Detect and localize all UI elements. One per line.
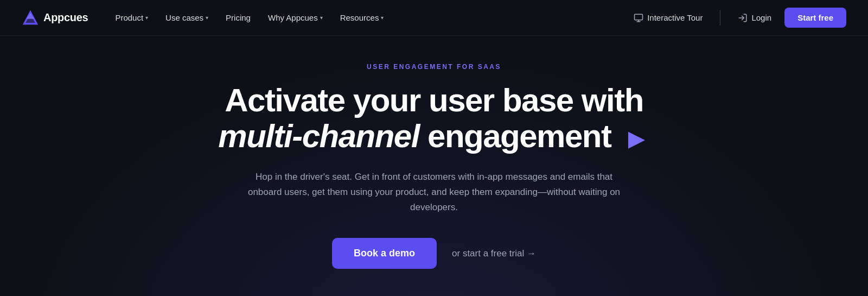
chevron-down-icon: ▾: [145, 15, 148, 21]
headline-italic: multi-channel: [218, 118, 419, 154]
navbar: Appcues Product ▾ Use cases ▾ Pricing Wh…: [0, 0, 868, 36]
nav-links: Product ▾ Use cases ▾ Pricing Why Appcue…: [107, 9, 625, 27]
nav-item-resources[interactable]: Resources ▾: [333, 9, 392, 27]
chevron-down-icon: ▾: [206, 15, 208, 21]
book-demo-button[interactable]: Book a demo: [332, 238, 437, 269]
nav-item-usecases[interactable]: Use cases ▾: [158, 9, 216, 27]
nav-product-label: Product: [115, 13, 143, 22]
chevron-down-icon: ▾: [320, 15, 323, 21]
logo-link[interactable]: Appcues: [22, 9, 88, 27]
hero-eyebrow: USER ENGAGEMENT FOR SAAS: [367, 63, 501, 71]
interactive-tour-button[interactable]: Interactive Tour: [625, 9, 711, 27]
nav-item-whyappcues[interactable]: Why Appcues ▾: [260, 9, 330, 27]
hero-headline: Activate your user base with multi-chann…: [218, 83, 649, 154]
login-icon: [738, 13, 748, 23]
headline-part2: engagement: [427, 118, 611, 154]
nav-divider: [720, 10, 720, 26]
free-trial-link[interactable]: or start a free trial →: [452, 248, 536, 259]
cursor-icon: ►: [623, 124, 650, 153]
hero-section: USER ENGAGEMENT FOR SAAS Activate your u…: [0, 36, 868, 296]
chevron-down-icon: ▾: [381, 15, 384, 21]
monitor-icon: [634, 13, 643, 23]
nav-whyappcues-label: Why Appcues: [268, 13, 318, 22]
nav-pricing-label: Pricing: [226, 13, 251, 22]
login-button[interactable]: Login: [729, 9, 780, 27]
nav-resources-label: Resources: [340, 13, 379, 22]
interactive-tour-label: Interactive Tour: [647, 13, 703, 22]
logo-text: Appcues: [43, 11, 88, 24]
headline-part1: Activate your user base with: [225, 82, 643, 118]
nav-right: Interactive Tour Login Start free: [625, 8, 846, 28]
nav-item-product[interactable]: Product ▾: [107, 9, 156, 27]
hero-subtext: Hop in the driver's seat. Get in front o…: [239, 169, 629, 215]
svg-rect-3: [635, 14, 643, 20]
hero-cta-row: Book a demo or start a free trial →: [332, 238, 536, 269]
nav-item-pricing[interactable]: Pricing: [218, 9, 258, 27]
nav-usecases-label: Use cases: [165, 13, 203, 22]
logo-icon: [22, 9, 39, 27]
login-label: Login: [751, 13, 771, 22]
start-free-button[interactable]: Start free: [784, 8, 846, 28]
